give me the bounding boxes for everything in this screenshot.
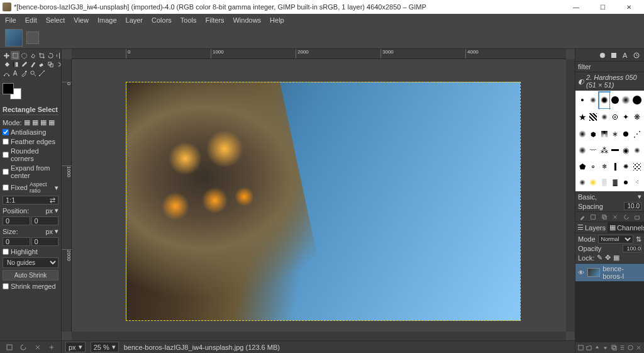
tool-pencil[interactable] [19,60,28,69]
antialiasing-checkbox[interactable] [3,129,9,135]
lower-layer-icon[interactable] [602,344,609,351]
brush-item[interactable]: ★ [577,109,587,126]
brush-item[interactable] [577,126,587,142]
layer-name[interactable]: bence-boros-I [602,265,641,280]
brush-item[interactable] [588,109,598,126]
brush-item[interactable]: ░ [599,175,609,189]
lock-alpha-icon[interactable]: ▦ [613,254,619,262]
position-x-field[interactable]: 0 [3,216,30,225]
brush-item[interactable] [621,92,631,108]
menu-select[interactable]: Select [42,15,69,25]
position-unit[interactable]: px [45,207,53,215]
brush-item[interactable]: ∗ [610,126,620,142]
mask-layer-icon[interactable] [627,344,634,351]
color-swatch[interactable] [3,83,21,99]
refresh-brush-icon[interactable] [623,214,630,220]
history-tab-icon[interactable] [633,52,640,59]
brush-item[interactable] [588,92,598,108]
layer-visible-icon[interactable]: 👁 [578,269,585,276]
tool-gradient[interactable] [11,60,19,69]
fixed-checkbox[interactable] [3,184,9,191]
vertical-ruler[interactable]: 0 1000 2000 [62,59,72,332]
brush-item[interactable] [632,159,642,174]
tool-bucket[interactable] [2,60,11,69]
brush-item[interactable] [599,126,609,142]
brush-item[interactable]: ✺ [621,159,631,174]
brush-item[interactable]: ✦ [621,109,631,126]
delete-preset-icon[interactable] [34,344,42,351]
brush-item[interactable]: ⬟ [577,159,587,174]
zoom-dropdown[interactable]: 25 %▾ [91,342,119,352]
tool-zoom[interactable] [28,69,37,77]
image-tab-secondary[interactable] [26,31,39,44]
shrink-merged-checkbox[interactable] [3,283,9,289]
brush-item[interactable]: ❄ [599,159,609,174]
brush-item[interactable]: ⚬ [588,159,598,174]
brush-item[interactable] [599,92,609,108]
tab-layers[interactable]: ☰Layers [575,222,608,233]
brush-item[interactable]: ⁖ [632,175,642,189]
ratio-field[interactable]: 1:1⇄ [3,196,58,205]
brush-item[interactable] [621,126,631,142]
lock-position-icon[interactable]: ✥ [605,254,611,262]
tool-fuzzy-select[interactable] [28,51,37,60]
brush-item[interactable] [610,142,620,158]
tool-move[interactable] [2,51,11,60]
vertical-scrollbar[interactable] [566,59,575,332]
menu-edit[interactable]: Edit [21,15,41,25]
save-preset-icon[interactable] [6,344,13,351]
edit-brush-icon[interactable] [579,214,586,220]
chevron-down-icon[interactable]: ▾ [638,193,641,201]
chevron-icon[interactable]: ⇅ [636,235,641,244]
mode-int-icon[interactable]: ▦ [48,118,55,126]
menu-view[interactable]: View [70,15,92,25]
del-brush-icon[interactable] [612,214,618,220]
tool-path[interactable] [2,69,11,77]
menu-layer[interactable]: Layer [122,15,147,25]
mode-sub-icon[interactable]: ▦ [40,118,47,126]
brush-item[interactable]: 〰 [588,142,598,158]
position-y-field[interactable]: 0 [31,216,59,225]
lock-pixels-icon[interactable]: ✎ [597,254,602,262]
fonts-tab-icon[interactable]: A [621,52,629,59]
tool-rect-select[interactable] [11,51,19,60]
brush-item[interactable] [588,175,598,189]
brush-item[interactable] [632,142,642,158]
tool-clone[interactable] [46,60,55,69]
tool-free-select[interactable] [19,51,28,60]
dup-brush-icon[interactable] [601,214,608,220]
close-button[interactable]: ✕ [616,1,641,13]
horizontal-ruler[interactable]: 0 1000 2000 3000 4000 [72,49,566,59]
spacing-field[interactable] [624,202,641,210]
blend-mode-select[interactable]: Normal [598,235,633,244]
tool-eraser[interactable] [37,60,46,69]
chevron-down-icon[interactable]: ▾ [55,184,58,192]
brush-item[interactable] [632,92,642,108]
menu-colors[interactable]: Colors [148,15,175,25]
brush-item[interactable] [610,109,620,126]
size-unit[interactable]: px [45,228,53,235]
brush-item[interactable]: ❋ [632,109,642,126]
auto-shrink-button[interactable]: Auto Shrink [3,270,58,281]
brush-item[interactable] [610,92,620,108]
tool-picker[interactable] [19,69,28,77]
mode-replace-icon[interactable]: ▦ [24,118,30,126]
new-group-icon[interactable] [586,344,592,351]
tool-brush[interactable] [28,60,37,69]
size-w-field[interactable]: 0 [3,237,30,246]
horizontal-scrollbar[interactable] [72,332,566,340]
brush-item[interactable] [577,92,587,108]
patterns-tab-icon[interactable] [610,52,618,59]
highlight-checkbox[interactable] [3,249,9,255]
brush-item[interactable] [577,175,587,189]
unit-dropdown[interactable]: px▾ [65,342,86,352]
tool-text[interactable]: A [11,69,19,77]
fixed-option[interactable]: Aspect ratio [30,181,53,194]
tab-channels[interactable]: ▦Channels [608,222,644,233]
brush-item[interactable] [599,109,609,126]
chevron-down-icon[interactable]: ▾ [55,227,58,235]
rounded-checkbox[interactable] [3,152,9,158]
brush-filter-label[interactable]: filter [578,63,591,70]
menu-windows[interactable]: Windows [229,15,265,25]
restore-preset-icon[interactable] [19,344,27,351]
